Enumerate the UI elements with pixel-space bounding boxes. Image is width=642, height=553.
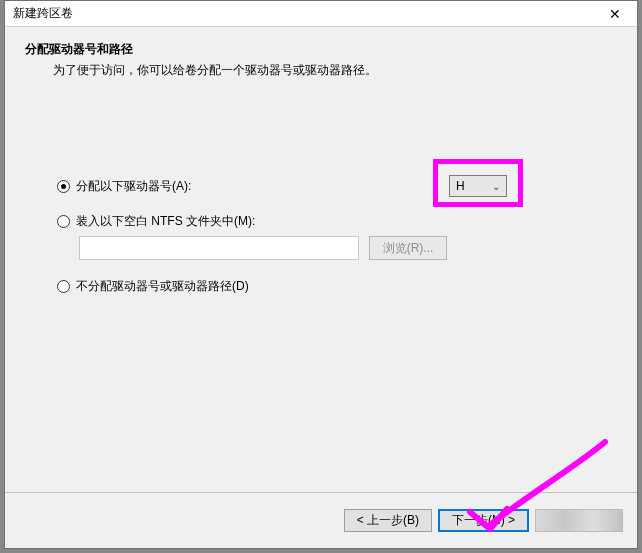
radio-assign-letter[interactable] — [57, 180, 70, 193]
page-subheading: 为了便于访问，你可以给卷分配一个驱动器号或驱动器路径。 — [53, 62, 617, 79]
next-button[interactable]: 下一步(N) > — [438, 509, 529, 532]
options-group: 分配以下驱动器号(A): H ⌄ 装入以下空白 NTFS 文件夹中(M): 浏览… — [57, 175, 597, 311]
drive-letter-select[interactable]: H ⌄ — [449, 175, 507, 197]
radio-label: 分配以下驱动器号(A): — [76, 178, 191, 195]
page-heading: 分配驱动器号和路径 — [25, 41, 617, 58]
next-button-label: 下一步(N) > — [452, 512, 515, 529]
back-button-label: < 上一步(B) — [357, 512, 419, 529]
browse-button-label: 浏览(R)... — [383, 240, 434, 257]
wizard-page: 分配驱动器号和路径 为了便于访问，你可以给卷分配一个驱动器号或驱动器路径。 分配… — [5, 27, 637, 492]
radio-label: 装入以下空白 NTFS 文件夹中(M): — [76, 213, 255, 230]
mount-folder-row: 浏览(R)... — [79, 236, 597, 260]
drive-letter-select-wrap: H ⌄ — [449, 175, 507, 197]
radio-label: 不分配驱动器号或驱动器路径(D) — [76, 278, 249, 295]
titlebar: 新建跨区卷 ✕ — [5, 1, 637, 27]
close-button[interactable]: ✕ — [592, 1, 637, 27]
cancel-button[interactable]: 取消 — [535, 509, 623, 532]
wizard-window: 新建跨区卷 ✕ 分配驱动器号和路径 为了便于访问，你可以给卷分配一个驱动器号或驱… — [4, 0, 638, 549]
window-title: 新建跨区卷 — [13, 5, 73, 22]
option-mount-folder[interactable]: 装入以下空白 NTFS 文件夹中(M): — [57, 213, 597, 230]
back-button[interactable]: < 上一步(B) — [344, 509, 432, 532]
drive-letter-value: H — [456, 179, 465, 193]
option-assign-letter[interactable]: 分配以下驱动器号(A): H ⌄ — [57, 175, 597, 197]
close-icon: ✕ — [609, 6, 621, 22]
chevron-down-icon: ⌄ — [492, 181, 500, 192]
cancel-button-label: 取消 — [567, 512, 591, 529]
option-no-assign[interactable]: 不分配驱动器号或驱动器路径(D) — [57, 278, 597, 295]
mount-folder-path-input[interactable] — [79, 236, 359, 260]
radio-no-assign[interactable] — [57, 280, 70, 293]
wizard-footer: < 上一步(B) 下一步(N) > 取消 — [5, 492, 637, 548]
radio-mount-folder[interactable] — [57, 215, 70, 228]
browse-button: 浏览(R)... — [369, 236, 447, 260]
